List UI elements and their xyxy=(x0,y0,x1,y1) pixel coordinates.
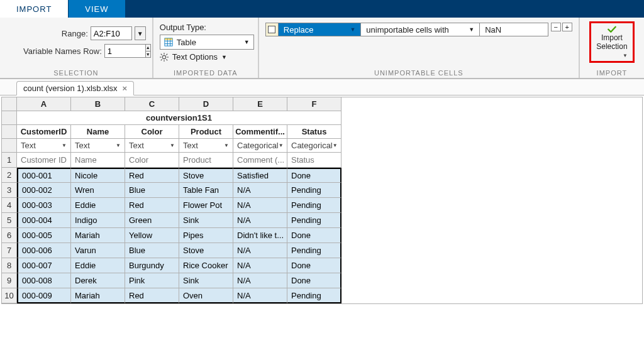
close-icon[interactable]: × xyxy=(123,84,128,93)
row-header[interactable]: 8 xyxy=(2,258,17,273)
var-name[interactable]: Status xyxy=(287,125,341,139)
col-header[interactable]: B xyxy=(71,97,125,111)
varnames-input[interactable] xyxy=(104,44,146,58)
cell[interactable]: Sink xyxy=(179,213,233,228)
cell[interactable]: N/A xyxy=(233,273,287,288)
cell[interactable]: Status xyxy=(287,153,341,168)
cell[interactable]: Mariah xyxy=(71,228,125,243)
cell[interactable]: Done xyxy=(287,258,341,273)
type-select[interactable]: Text▼ xyxy=(125,139,179,153)
text-options-button[interactable]: Text Options ▼ xyxy=(160,52,252,62)
cell[interactable]: Oven xyxy=(179,288,233,303)
rule-action-select[interactable]: Replace ▼ xyxy=(279,23,362,36)
row-header[interactable]: 5 xyxy=(2,213,17,228)
col-header[interactable]: F xyxy=(287,97,341,111)
row-header[interactable]: 6 xyxy=(2,228,17,243)
varnames-spinner[interactable]: ▲ ▼ xyxy=(104,44,146,58)
row-header[interactable]: 9 xyxy=(2,273,17,288)
cell[interactable]: Stove xyxy=(179,168,233,183)
type-select[interactable]: Categorical▼ xyxy=(287,139,341,153)
cell[interactable]: 000-004 xyxy=(17,213,71,228)
remove-rule-button[interactable]: − xyxy=(551,23,561,31)
cell[interactable]: N/A xyxy=(233,198,287,213)
type-select[interactable]: Text▼ xyxy=(71,139,125,153)
var-name[interactable]: Commentif... xyxy=(233,125,287,139)
cell[interactable]: Pipes xyxy=(179,228,233,243)
cell[interactable]: Burgundy xyxy=(125,258,179,273)
rule-value-input[interactable]: NaN xyxy=(480,23,548,36)
cell[interactable]: Flower Pot xyxy=(179,198,233,213)
cell[interactable]: Varun xyxy=(71,243,125,258)
add-rule-button[interactable]: + xyxy=(562,23,572,31)
cell[interactable]: Yellow xyxy=(125,228,179,243)
cell[interactable]: Pending xyxy=(287,213,341,228)
cell[interactable]: N/A xyxy=(233,213,287,228)
col-header[interactable]: D xyxy=(179,97,233,111)
cell[interactable]: Sink xyxy=(179,273,233,288)
cell[interactable]: Eddie xyxy=(71,198,125,213)
cell[interactable]: N/A xyxy=(233,288,287,303)
cell[interactable]: Green xyxy=(125,213,179,228)
cell[interactable]: Rice Cooker xyxy=(179,258,233,273)
cell[interactable]: Color xyxy=(125,153,179,168)
cell[interactable]: Pending xyxy=(287,288,341,303)
import-selection-button[interactable]: Import Selection ▼ xyxy=(589,21,635,63)
cell[interactable]: Stove xyxy=(179,243,233,258)
var-name[interactable]: Color xyxy=(125,125,179,139)
spinner-down-icon[interactable]: ▼ xyxy=(146,52,150,58)
cell[interactable]: Red xyxy=(125,198,179,213)
cell[interactable]: Comment (... xyxy=(233,153,287,168)
cell[interactable]: Eddie xyxy=(71,258,125,273)
type-select[interactable]: Text▼ xyxy=(179,139,233,153)
col-header[interactable]: C xyxy=(125,97,179,111)
cell[interactable]: N/A xyxy=(233,258,287,273)
cell[interactable]: Red xyxy=(125,288,179,303)
rule-checkbox[interactable] xyxy=(266,23,279,36)
cell[interactable]: Didn't like t... xyxy=(233,228,287,243)
cell[interactable]: Pending xyxy=(287,183,341,198)
row-header[interactable]: 7 xyxy=(2,243,17,258)
cell[interactable]: Table Fan xyxy=(179,183,233,198)
cell[interactable]: 000-006 xyxy=(17,243,71,258)
cell[interactable]: Mariah xyxy=(71,288,125,303)
cell[interactable]: Nicole xyxy=(71,168,125,183)
cell[interactable]: Pending xyxy=(287,243,341,258)
cell[interactable]: Derek xyxy=(71,273,125,288)
cell[interactable]: Name xyxy=(71,153,125,168)
range-dropdown[interactable]: ▼ xyxy=(135,26,146,40)
cell[interactable]: Customer ID xyxy=(17,153,71,168)
output-type-select[interactable]: Table ▼ xyxy=(160,35,254,50)
col-header[interactable]: A xyxy=(17,97,71,111)
cell[interactable]: Blue xyxy=(125,243,179,258)
row-header[interactable]: 4 xyxy=(2,198,17,213)
rule-text-select[interactable]: unimportable cells with ▼ xyxy=(361,23,480,36)
cell[interactable]: Done xyxy=(287,228,341,243)
row-header[interactable]: 2 xyxy=(2,168,17,183)
cell[interactable]: Satisfied xyxy=(233,168,287,183)
table-name[interactable]: countversion1S1 xyxy=(17,111,341,125)
cell[interactable]: 000-005 xyxy=(17,228,71,243)
cell[interactable]: Indigo xyxy=(71,213,125,228)
cell[interactable]: Done xyxy=(287,273,341,288)
var-name[interactable]: Product xyxy=(179,125,233,139)
cell[interactable]: 000-008 xyxy=(17,273,71,288)
cell[interactable]: Red xyxy=(125,168,179,183)
row-header[interactable]: 1 xyxy=(2,153,17,168)
var-name[interactable]: Name xyxy=(71,125,125,139)
cell[interactable]: Product xyxy=(179,153,233,168)
cell[interactable]: N/A xyxy=(233,243,287,258)
cell[interactable]: Blue xyxy=(125,183,179,198)
cell[interactable]: 000-001 xyxy=(17,168,71,183)
cell[interactable]: N/A xyxy=(233,183,287,198)
cell[interactable]: 000-002 xyxy=(17,183,71,198)
cell[interactable]: Pending xyxy=(287,198,341,213)
range-input[interactable] xyxy=(91,26,132,40)
cell[interactable]: 000-007 xyxy=(17,258,71,273)
tab-view[interactable]: VIEW xyxy=(69,0,125,18)
spinner-up-icon[interactable]: ▲ xyxy=(146,45,150,52)
cell[interactable]: 000-009 xyxy=(17,288,71,303)
cell[interactable]: 000-003 xyxy=(17,198,71,213)
row-header[interactable]: 3 xyxy=(2,183,17,198)
type-select[interactable]: Text▼ xyxy=(17,139,71,153)
cell[interactable]: Pink xyxy=(125,273,179,288)
